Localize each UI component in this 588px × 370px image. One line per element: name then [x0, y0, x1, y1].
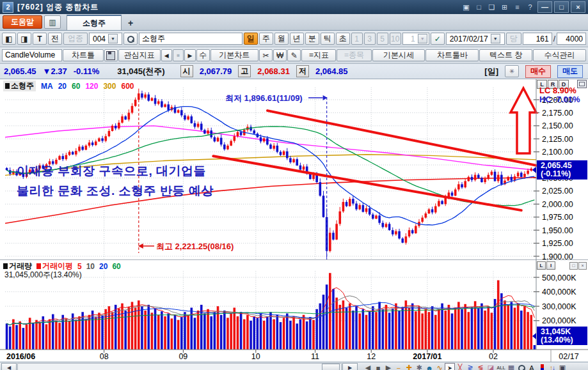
layout-left-button[interactable]: ◧ [2, 33, 16, 45]
favorite-indicator-button[interactable]: 관심지표 [118, 49, 161, 61]
ma-20-label[interactable]: 20 [58, 82, 67, 91]
minimize-icon[interactable]: — [537, 1, 552, 13]
period-month-button[interactable]: 월 [274, 33, 289, 45]
chart-list-button[interactable]: ▥ [44, 15, 61, 29]
eraser-icon[interactable]: ◪ [486, 363, 496, 370]
chart-frame-button[interactable]: 차트틀 [63, 49, 104, 61]
vol-ma-60-label[interactable]: 60 [112, 262, 120, 271]
stock-compare-button[interactable]: =종목 [337, 49, 371, 61]
fullscreen-icon[interactable]: ▣ [557, 363, 568, 370]
search-button[interactable] [123, 33, 138, 45]
mini-chart-icon[interactable]: ▦ [506, 363, 516, 370]
stop-nav-button[interactable]: ■ [173, 49, 184, 61]
indicator-button[interactable]: =지표 [301, 49, 336, 61]
chart-toolbar-button[interactable]: 차트툴바 [425, 49, 479, 61]
tools-button[interactable]: ✂ [259, 49, 273, 61]
date-picker[interactable]: 2017/02/17▼ [446, 33, 505, 45]
maximize-icon[interactable]: □ [554, 1, 569, 13]
trendline-channel-icon[interactable]: ≷ [465, 363, 475, 370]
next-button[interactable]: ▶ [184, 49, 195, 61]
ma-600-label[interactable]: 600 [121, 82, 134, 91]
vol-ma-10-label[interactable]: 10 [86, 262, 95, 271]
trendline-cross-icon[interactable]: ╳ [455, 363, 465, 370]
volume-axis-l-button[interactable]: L [537, 261, 546, 270]
chart-scrollbar[interactable] [17, 363, 342, 370]
chevron-down-icon[interactable]: ▼ [491, 34, 500, 43]
bar-index-field[interactable] [523, 33, 552, 45]
close-pane-icon[interactable]: × [578, 262, 587, 270]
minute-preset-1-button[interactable]: 1 [351, 33, 363, 45]
toolbar-top: ◧ ◨ T 전 업종 004▼ 일주월년분틱초 13510 1▼ ✓ 2017/… [0, 31, 588, 47]
symbol-search-input[interactable] [139, 33, 242, 45]
close-icon[interactable]: × [571, 1, 585, 13]
zoom-in-icon[interactable]: ✚ [404, 363, 414, 370]
bar-total-field[interactable] [557, 33, 586, 45]
su-button[interactable]: 수 [196, 49, 210, 61]
scroll-right-button[interactable]: ▶ [342, 363, 358, 370]
period-tick-button[interactable]: 틱 [321, 33, 335, 45]
step-forward-icon[interactable]: ▶ [383, 363, 393, 370]
magnifier-icon[interactable] [516, 363, 527, 370]
compare-bar-icon[interactable] [537, 363, 547, 370]
period-minute-button[interactable]: 분 [305, 33, 319, 45]
window-copy-icon[interactable]: ❏ [486, 3, 497, 12]
settings-icon[interactable]: ✱ [414, 363, 424, 370]
period-week-button[interactable]: 주 [259, 33, 273, 45]
window-blank-icon[interactable]: □ [473, 3, 484, 12]
text-window-button[interactable]: 텍스트 창 [479, 49, 532, 61]
text-tool-icon[interactable]: A [527, 363, 537, 370]
step-back-icon[interactable]: ◀ [363, 363, 373, 370]
dang-button[interactable]: 당 [506, 33, 521, 45]
ma-60-label[interactable]: 60 [72, 82, 80, 91]
window-help-icon[interactable]: ? [525, 3, 536, 12]
minute-preset-5-button[interactable]: 5 [377, 33, 388, 45]
sell-button[interactable]: 매도 [557, 65, 583, 78]
formula-manager-button[interactable]: 수식관리 [533, 49, 586, 61]
layout-right-button[interactable]: ◨ [17, 33, 31, 45]
restore-pane-icon[interactable]: □ [569, 262, 578, 270]
ma-120-label[interactable]: 120 [85, 82, 98, 91]
chart-settings-button[interactable]: ✳ [505, 65, 519, 77]
ma-300-label[interactable]: 300 [103, 82, 116, 91]
stock-search-icon[interactable]: ☻ [424, 363, 434, 370]
chart-canvas[interactable]: 2,200.002,175.002,150.002,125.002,100.00… [0, 79, 588, 362]
chart-type-combo[interactable]: CandleVolume [2, 49, 62, 61]
title-bar[interactable]: 2 [7602] 업종 종합차트 ▣□❏⊞≡?—□× [0, 0, 588, 14]
scrollbar-thumb[interactable] [322, 364, 340, 370]
period-year-button[interactable]: 년 [290, 33, 304, 45]
text-tool-button[interactable]: T [33, 33, 47, 45]
minute-preset-10-button[interactable]: 10 [390, 33, 401, 45]
buy-button[interactable]: 매수 [525, 65, 551, 78]
chevron-down-icon[interactable]: ▼ [108, 34, 118, 43]
code-combo[interactable]: 004▼ [89, 33, 122, 45]
save-button[interactable] [104, 49, 118, 61]
minute-preset-3-button[interactable]: 3 [364, 33, 376, 45]
help-button[interactable]: 도움말 [3, 15, 42, 29]
vol-ma-20-label[interactable]: 20 [99, 262, 107, 271]
tab-small-cap[interactable]: 소형주 [67, 15, 122, 30]
apply-check-button[interactable]: ✓ [431, 33, 445, 45]
zoom-out-icon[interactable]: − [393, 363, 404, 370]
won-button[interactable]: ₩ [273, 49, 287, 61]
scroll-left-button[interactable]: ◀ [1, 363, 17, 370]
basic-chart-button[interactable]: 기본차트 [211, 49, 258, 61]
volume-axis-i-button[interactable]: I [546, 261, 555, 270]
basic-quote-button[interactable]: 기본시세 [372, 49, 425, 61]
erase-all-icon[interactable]: ALL [496, 363, 506, 370]
scale-arrows-icon[interactable]: ↑↓ [547, 363, 557, 370]
window-list-icon[interactable]: ≡ [512, 3, 523, 12]
window-new-icon[interactable]: ⊞ [499, 3, 510, 12]
jeon-button[interactable]: 전 [48, 33, 62, 45]
trendline-multi-icon[interactable]: ≶ [475, 363, 486, 370]
edit-button[interactable]: ✎ [287, 49, 301, 61]
interval-combo[interactable]: 1▼ [402, 33, 429, 45]
pattern-recognition-icon[interactable]: ∿ [434, 363, 445, 370]
stop-icon[interactable]: ■ [373, 363, 383, 370]
window-check-icon[interactable]: ▣ [461, 3, 472, 12]
period-second-button[interactable]: 초 [336, 33, 350, 45]
add-tab-button[interactable]: + [123, 17, 138, 29]
cursor-select-icon[interactable]: ➤ [445, 363, 455, 370]
upjong-button[interactable]: 업종 [63, 33, 88, 45]
prev-button[interactable]: ◀ [161, 49, 172, 61]
period-day-button[interactable]: 일 [244, 33, 258, 45]
